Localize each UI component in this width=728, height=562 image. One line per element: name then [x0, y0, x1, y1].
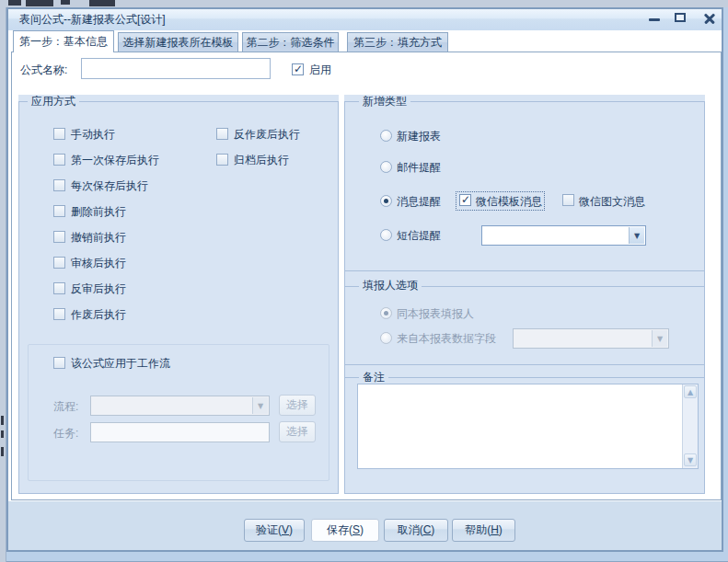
close-icon[interactable] — [703, 12, 716, 25]
type-panel-title: 新增类型 — [359, 95, 410, 108]
manual-execute-checkbox[interactable] — [53, 128, 65, 140]
wechat-template-label[interactable]: 微信模板消息 — [476, 195, 542, 208]
same-reporter-radio[interactable] — [380, 307, 392, 319]
screen: 表间公式--新建报表公式[设计] 第一步：基本信息 选择新建报表所在模板 第二步… — [0, 0, 728, 562]
mail-remind-label[interactable]: 邮件提醒 — [397, 161, 441, 174]
cancel-button[interactable]: 取消(C) — [384, 519, 448, 542]
remark-textarea[interactable]: ▲ ▼ — [357, 384, 699, 469]
reporter-panel — [344, 286, 705, 365]
new-report-label[interactable]: 新建报表 — [397, 130, 441, 143]
before-delete-execute-checkbox[interactable] — [53, 205, 65, 217]
formula-name-input[interactable] — [81, 58, 271, 79]
every-save-execute-checkbox[interactable] — [53, 179, 65, 191]
tab-basic-info[interactable]: 第一步：基本信息 — [13, 30, 114, 52]
after-unvoid-execute-checkbox[interactable] — [216, 128, 228, 140]
after-archive-execute-checkbox[interactable] — [216, 154, 228, 166]
window-title: 表间公式--新建报表公式[设计] — [19, 11, 166, 28]
background-window-left-edge — [0, 7, 6, 562]
message-remind-label[interactable]: 消息提醒 — [397, 195, 441, 208]
sms-combobox[interactable]: ▼ — [481, 225, 646, 246]
from-field-combobox-arrow-icon[interactable]: ▼ — [652, 330, 667, 347]
task-label: 任务: — [53, 427, 78, 440]
after-unvoid-execute-label[interactable]: 反作废后执行 — [234, 128, 300, 141]
formula-name-label: 公式名称: — [20, 63, 67, 76]
tab-fill-mode[interactable]: 第三步：填充方式 — [347, 32, 448, 52]
minimize-icon[interactable] — [649, 18, 660, 21]
dialog-right-border — [723, 7, 728, 552]
wechat-article-label[interactable]: 微信图文消息 — [579, 195, 645, 208]
after-audit-execute-checkbox[interactable] — [53, 257, 65, 269]
enable-label[interactable]: 启用 — [309, 63, 331, 76]
flow-combobox-arrow-icon[interactable]: ▼ — [252, 397, 268, 414]
new-report-radio[interactable] — [380, 130, 392, 142]
from-field-radio[interactable] — [380, 332, 392, 344]
manual-execute-label[interactable]: 手动执行 — [71, 128, 115, 141]
tab-select-template[interactable]: 选择新建报表所在模板 — [118, 32, 238, 52]
wechat-article-checkbox[interactable] — [562, 194, 574, 206]
workflow-label[interactable]: 该公式应用于工作流 — [71, 357, 170, 370]
after-void-execute-checkbox[interactable] — [53, 308, 65, 320]
first-save-execute-checkbox[interactable] — [53, 154, 65, 166]
scroll-down-icon[interactable]: ▼ — [684, 453, 697, 466]
save-button[interactable]: 保存(S) — [311, 519, 379, 542]
same-reporter-label: 同本报表填报人 — [397, 307, 474, 320]
maximize-icon[interactable] — [675, 13, 686, 22]
type-panel — [344, 101, 705, 271]
after-audit-execute-label[interactable]: 审核后执行 — [71, 257, 126, 270]
task-input[interactable] — [90, 422, 270, 442]
workflow-checkbox[interactable] — [53, 357, 65, 369]
before-revoke-execute-label[interactable]: 撤销前执行 — [71, 231, 126, 244]
first-save-execute-label[interactable]: 第一次保存后执行 — [71, 154, 159, 166]
sms-combobox-arrow-icon[interactable]: ▼ — [629, 227, 644, 244]
before-delete-execute-label[interactable]: 删除前执行 — [71, 205, 126, 218]
flow-combobox[interactable]: ▼ — [90, 396, 270, 416]
help-button[interactable]: 帮助(H) — [452, 519, 515, 542]
tab-filter-condition[interactable]: 第二步：筛选条件 — [242, 32, 339, 52]
every-save-execute-label[interactable]: 每次保存后执行 — [71, 179, 148, 192]
after-unaudit-execute-label[interactable]: 反审后执行 — [71, 282, 126, 295]
after-archive-execute-label[interactable]: 归档后执行 — [234, 154, 289, 166]
flow-select-button[interactable]: 选择 — [279, 395, 316, 416]
sms-remind-radio[interactable] — [380, 229, 392, 241]
wechat-template-checkbox[interactable] — [459, 194, 471, 206]
remark-scrollbar[interactable]: ▲ ▼ — [682, 384, 698, 468]
before-revoke-execute-checkbox[interactable] — [53, 231, 65, 243]
message-remind-radio[interactable] — [380, 195, 392, 207]
from-field-label: 来自本报表数据字段 — [397, 332, 496, 345]
background-window-top-edge — [0, 0, 728, 7]
reporter-panel-title: 填报人选项 — [359, 279, 422, 292]
remark-panel-title: 备注 — [359, 371, 388, 384]
apply-panel-title: 应用方式 — [28, 95, 79, 108]
enable-checkbox[interactable] — [292, 63, 304, 75]
after-unaudit-execute-checkbox[interactable] — [53, 282, 65, 294]
from-field-combobox[interactable]: ▼ — [513, 328, 669, 349]
sms-remind-label[interactable]: 短信提醒 — [397, 229, 441, 242]
validate-button[interactable]: 验证(V) — [244, 519, 305, 542]
mail-remind-radio[interactable] — [380, 161, 392, 173]
flow-label: 流程: — [53, 400, 78, 413]
scroll-up-icon[interactable]: ▲ — [684, 385, 697, 398]
after-void-execute-label[interactable]: 作废后执行 — [71, 308, 126, 321]
remark-panel-cap — [344, 365, 705, 377]
dialog-bottom-border — [6, 552, 728, 562]
task-select-button[interactable]: 选择 — [279, 421, 316, 442]
